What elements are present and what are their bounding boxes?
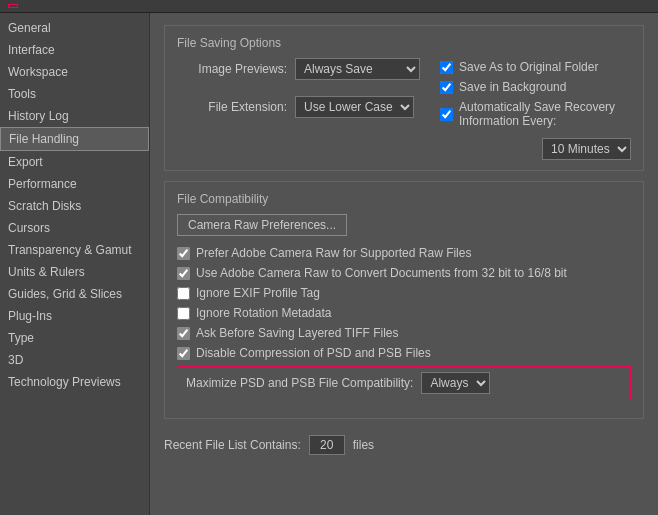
sidebar-item-history-log[interactable]: History Log <box>0 105 149 127</box>
auto-save-label: Automatically Save Recovery Information … <box>459 100 631 128</box>
save-as-original-label: Save As to Original Folder <box>459 60 598 74</box>
sidebar-item-transparency[interactable]: Transparency & Gamut <box>0 239 149 261</box>
sidebar-item-cursors[interactable]: Cursors <box>0 217 149 239</box>
sidebar-item-workspace[interactable]: Workspace <box>0 61 149 83</box>
title-bar-label <box>8 4 18 8</box>
file-extension-select[interactable]: Use Lower CaseUse Upper Case <box>295 96 414 118</box>
file-saving-options: Image Previews: Always SaveNever SaveAsk… <box>177 58 631 160</box>
recent-files-suffix: files <box>353 438 374 452</box>
sidebar-item-interface[interactable]: Interface <box>0 39 149 61</box>
compat-option-disable-compression: Disable Compression of PSD and PSB Files <box>177 346 631 360</box>
sidebar-item-tools[interactable]: Tools <box>0 83 149 105</box>
sidebar-item-export[interactable]: Export <box>0 151 149 173</box>
recent-files-label: Recent File List Contains: <box>164 438 301 452</box>
auto-save-interval-select[interactable]: 1 Minute5 Minutes10 Minutes15 Minutes30 … <box>542 138 631 160</box>
compat-label-ignore-rotation: Ignore Rotation Metadata <box>196 306 331 320</box>
auto-save-interval-row: 1 Minute5 Minutes10 Minutes15 Minutes30 … <box>440 138 631 160</box>
maximize-compat-row: Maximize PSD and PSB File Compatibility:… <box>177 366 631 400</box>
auto-save-checkbox[interactable] <box>440 108 453 121</box>
compat-option-ignore-rotation: Ignore Rotation Metadata <box>177 306 631 320</box>
main-panel: File Saving Options Image Previews: Alwa… <box>150 13 658 515</box>
file-saving-section: File Saving Options Image Previews: Alwa… <box>164 25 644 171</box>
compat-checkbox-disable-compression[interactable] <box>177 347 190 360</box>
sidebar-item-plug-ins[interactable]: Plug-Ins <box>0 305 149 327</box>
compat-label-convert-camera-raw: Use Adobe Camera Raw to Convert Document… <box>196 266 567 280</box>
content-area: GeneralInterfaceWorkspaceToolsHistory Lo… <box>0 13 658 515</box>
file-saving-dropdowns: Image Previews: Always SaveNever SaveAsk… <box>177 58 420 160</box>
compat-checkbox-ignore-exif[interactable] <box>177 287 190 300</box>
recent-files-row: Recent File List Contains: files <box>164 429 644 461</box>
sidebar-item-guides-grid-slices[interactable]: Guides, Grid & Slices <box>0 283 149 305</box>
compat-label-prefer-camera-raw: Prefer Adobe Camera Raw for Supported Ra… <box>196 246 471 260</box>
title-bar <box>0 0 658 13</box>
compat-label-ask-before-saving: Ask Before Saving Layered TIFF Files <box>196 326 399 340</box>
compat-checkbox-prefer-camera-raw[interactable] <box>177 247 190 260</box>
compat-checkbox-ask-before-saving[interactable] <box>177 327 190 340</box>
sidebar: GeneralInterfaceWorkspaceToolsHistory Lo… <box>0 13 150 515</box>
compat-option-convert-camera-raw: Use Adobe Camera Raw to Convert Document… <box>177 266 631 280</box>
compat-label-disable-compression: Disable Compression of PSD and PSB Files <box>196 346 431 360</box>
file-compat-section: File Compatibility Camera Raw Preference… <box>164 181 644 419</box>
sidebar-item-file-handling[interactable]: File Handling <box>0 127 149 151</box>
compat-checkbox-ignore-rotation[interactable] <box>177 307 190 320</box>
maximize-compat-label: Maximize PSD and PSB File Compatibility: <box>186 376 413 390</box>
sidebar-item-type[interactable]: Type <box>0 327 149 349</box>
image-previews-row: Image Previews: Always SaveNever SaveAsk… <box>177 58 420 80</box>
file-extension-row: File Extension: Use Lower CaseUse Upper … <box>177 96 420 118</box>
sidebar-item-general[interactable]: General <box>0 17 149 39</box>
image-previews-select[interactable]: Always SaveNever SaveAsk When Saving <box>295 58 420 80</box>
file-saving-checkboxes: Save As to Original Folder Save in Backg… <box>440 58 631 160</box>
save-as-original-checkbox[interactable] <box>440 61 453 74</box>
sidebar-item-tech-previews[interactable]: Technology Previews <box>0 371 149 393</box>
compat-option-prefer-camera-raw: Prefer Adobe Camera Raw for Supported Ra… <box>177 246 631 260</box>
save-in-background-checkbox[interactable] <box>440 81 453 94</box>
save-in-background-row: Save in Background <box>440 80 631 94</box>
save-in-background-label: Save in Background <box>459 80 566 94</box>
sidebar-item-performance[interactable]: Performance <box>0 173 149 195</box>
file-extension-label: File Extension: <box>177 100 287 114</box>
sidebar-item-scratch-disks[interactable]: Scratch Disks <box>0 195 149 217</box>
compat-option-ignore-exif: Ignore EXIF Profile Tag <box>177 286 631 300</box>
file-saving-title: File Saving Options <box>177 36 631 50</box>
compat-checkbox-convert-camera-raw[interactable] <box>177 267 190 280</box>
preferences-window: GeneralInterfaceWorkspaceToolsHistory Lo… <box>0 0 658 515</box>
recent-files-input[interactable] <box>309 435 345 455</box>
sidebar-item-units-rulers[interactable]: Units & Rulers <box>0 261 149 283</box>
auto-save-row: Automatically Save Recovery Information … <box>440 100 631 128</box>
camera-raw-button[interactable]: Camera Raw Preferences... <box>177 214 347 236</box>
file-compat-title: File Compatibility <box>177 192 631 206</box>
maximize-compat-select[interactable]: AlwaysNeverAsk <box>421 372 490 394</box>
save-as-original-row: Save As to Original Folder <box>440 60 631 74</box>
image-previews-label: Image Previews: <box>177 62 287 76</box>
compat-label-ignore-exif: Ignore EXIF Profile Tag <box>196 286 320 300</box>
sidebar-item-3d[interactable]: 3D <box>0 349 149 371</box>
compat-option-ask-before-saving: Ask Before Saving Layered TIFF Files <box>177 326 631 340</box>
